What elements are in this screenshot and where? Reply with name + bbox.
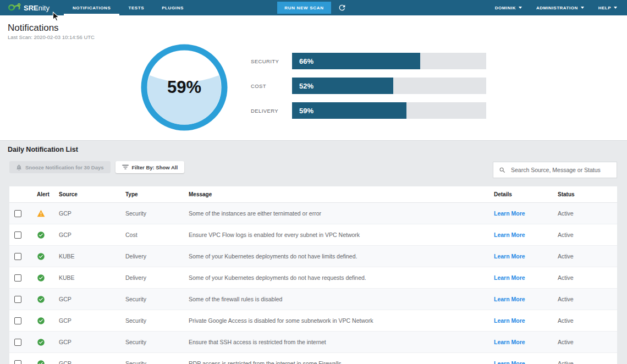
- bar-label: DELIVERY: [251, 108, 292, 114]
- row-check-cell: [9, 274, 37, 282]
- search-input[interactable]: [511, 167, 611, 173]
- row-status: Active: [558, 210, 617, 217]
- table-row: GCPSecurityPrivate Google Access is disa…: [9, 310, 617, 332]
- run-new-scan-button[interactable]: RUN NEW SCAN: [277, 2, 331, 14]
- row-alert-cell: [37, 317, 59, 325]
- nav-item-tests[interactable]: TESTS: [119, 0, 153, 15]
- table-row: GCPSecuritySome of the instances are eit…: [9, 203, 617, 224]
- bar-label: COST: [251, 83, 292, 89]
- row-type: Security: [125, 296, 189, 302]
- row-checkbox[interactable]: [14, 231, 21, 239]
- row-message: Some of your Kubernetes deployments do n…: [189, 253, 494, 260]
- row-details-cell: Learn More: [494, 231, 558, 238]
- filter-icon: [122, 164, 129, 170]
- header-alert: Alert: [37, 191, 59, 197]
- row-check-cell: [9, 296, 37, 303]
- brand-name: SREnity: [24, 4, 50, 12]
- table-row: KUBEDeliverySome of your Kubernetes depl…: [9, 246, 617, 267]
- bar-label: SECURITY: [251, 58, 292, 64]
- row-source: GCP: [59, 317, 125, 324]
- section-title: Daily Notification List: [8, 146, 78, 153]
- row-checkbox[interactable]: [14, 317, 21, 324]
- bar-value: 52%: [299, 82, 314, 90]
- brand-name-rest: nity: [38, 4, 50, 12]
- brand[interactable]: SREnity: [7, 3, 50, 13]
- nav-item-notifications[interactable]: NOTIFICATIONS: [64, 0, 119, 15]
- brand-name-bold: SRE: [24, 4, 38, 12]
- learn-more-link[interactable]: Learn More: [494, 339, 525, 345]
- row-source: GCP: [59, 360, 125, 364]
- header-details: Details: [494, 191, 558, 197]
- row-message: Some of your Kubernetes deployments do n…: [189, 274, 494, 281]
- notification-table-header: AlertSourceTypeMessageDetailsStatus: [9, 186, 617, 203]
- row-alert-cell: [37, 274, 59, 282]
- row-message: Ensure VPC Flow logs is enabled for ever…: [189, 231, 494, 238]
- row-checkbox[interactable]: [14, 296, 21, 303]
- row-message: RDP access is restricted from the intern…: [189, 360, 494, 364]
- row-type: Delivery: [125, 253, 189, 260]
- row-type: Security: [125, 360, 189, 364]
- check-circle-icon: [37, 295, 45, 304]
- score-bar-delivery: DELIVERY59%: [251, 102, 486, 119]
- snooze-button[interactable]: Snooze Notification for 30 Days: [9, 161, 111, 173]
- daily-notification-section: Daily Notification List Snooze Notificat…: [0, 140, 627, 364]
- warning-icon: [37, 209, 45, 217]
- filter-button[interactable]: Filter By: Show All: [116, 161, 185, 173]
- nav-item-plugins[interactable]: PLUGINS: [153, 0, 193, 15]
- row-type: Security: [125, 210, 189, 217]
- header-message: Message: [189, 191, 494, 197]
- bar-value: 66%: [299, 57, 314, 65]
- menu-help[interactable]: HELP: [598, 5, 617, 10]
- row-details-cell: Learn More: [494, 210, 558, 217]
- row-type: Security: [125, 317, 189, 324]
- row-details-cell: Learn More: [494, 317, 558, 324]
- row-check-cell: [9, 360, 37, 364]
- row-checkbox[interactable]: [14, 274, 21, 282]
- row-source: KUBE: [59, 253, 125, 260]
- learn-more-link[interactable]: Learn More: [494, 210, 525, 217]
- row-alert-cell: [37, 209, 59, 217]
- row-details-cell: Learn More: [494, 253, 558, 260]
- row-source: GCP: [59, 339, 125, 345]
- learn-more-link[interactable]: Learn More: [494, 274, 525, 281]
- row-status: Active: [558, 339, 617, 345]
- check-circle-icon: [37, 317, 45, 325]
- check-circle-icon: [37, 231, 45, 239]
- bar-fill: 59%: [292, 102, 406, 119]
- navbar: SREnity NOTIFICATIONSTESTSPLUGINS RUN NE…: [0, 0, 627, 15]
- menu-label: HELP: [598, 5, 611, 10]
- row-source: KUBE: [59, 274, 125, 281]
- row-alert-cell: [37, 338, 59, 346]
- learn-more-link[interactable]: Learn More: [494, 231, 525, 238]
- check-circle-icon: [37, 252, 45, 261]
- row-status: Active: [558, 360, 617, 364]
- learn-more-link[interactable]: Learn More: [494, 317, 525, 324]
- row-alert-cell: [37, 360, 59, 364]
- row-checkbox[interactable]: [14, 253, 21, 260]
- row-check-cell: [9, 339, 37, 346]
- learn-more-link[interactable]: Learn More: [494, 296, 525, 302]
- row-details-cell: Learn More: [494, 339, 558, 345]
- header-type: Type: [125, 191, 189, 197]
- learn-more-link[interactable]: Learn More: [494, 360, 525, 364]
- toolbar: Snooze Notification for 30 Days Filter B…: [9, 161, 184, 173]
- bar-track: 52%: [292, 78, 486, 94]
- row-source: GCP: [59, 296, 125, 302]
- menu-administration[interactable]: ADMINISTRATION: [536, 5, 584, 10]
- row-check-cell: [9, 253, 37, 260]
- learn-more-link[interactable]: Learn More: [494, 253, 525, 260]
- menu-label: ADMINISTRATION: [536, 5, 578, 10]
- row-message: Some of the instances are either ternima…: [189, 210, 494, 217]
- row-checkbox[interactable]: [14, 360, 21, 364]
- row-checkbox[interactable]: [14, 210, 21, 217]
- row-status: Active: [558, 296, 617, 302]
- score-bar-security: SECURITY66%: [251, 53, 486, 69]
- overall-score-gauge: 59%: [140, 43, 228, 131]
- refresh-icon[interactable]: [338, 3, 346, 12]
- chevron-down-icon: [581, 7, 584, 9]
- check-circle-icon: [37, 360, 45, 364]
- row-checkbox[interactable]: [14, 339, 21, 346]
- row-details-cell: Learn More: [494, 274, 558, 281]
- menu-dominik[interactable]: DOMINIK: [495, 5, 522, 10]
- main-nav: NOTIFICATIONSTESTSPLUGINS: [64, 0, 193, 15]
